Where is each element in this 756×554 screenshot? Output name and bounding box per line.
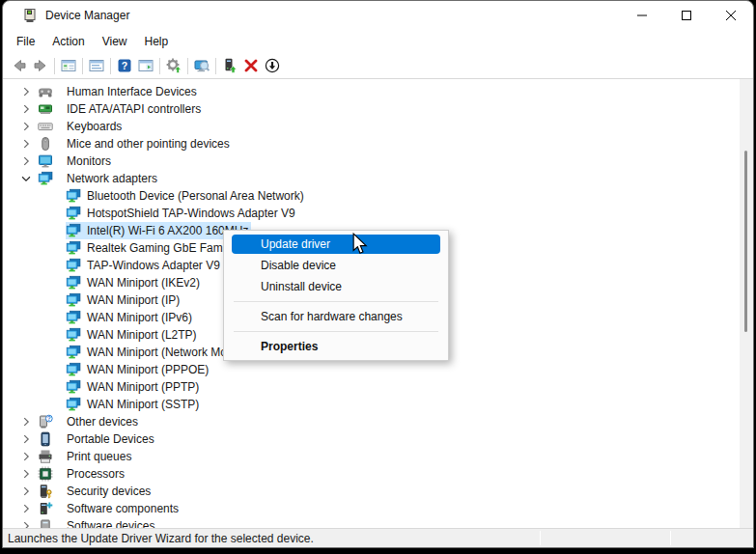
keyboard-icon — [38, 119, 53, 134]
close-button[interactable] — [709, 1, 753, 30]
svg-text:?: ? — [122, 60, 127, 71]
tree-item-label: WAN Miniport (PPTP) — [87, 379, 202, 395]
tree-item[interactable]: Portable Devices — [3, 430, 753, 448]
menu-file[interactable]: File — [8, 32, 43, 51]
hid-icon — [38, 84, 53, 99]
toolbar-separator — [159, 58, 160, 74]
chevron-right-icon[interactable] — [19, 467, 33, 481]
tree-item[interactable]: WAN Miniport (PPPOE) — [3, 361, 753, 378]
tree-item-label: HotspotShield TAP-Windows Adapter V9 — [87, 206, 298, 221]
menu-view[interactable]: View — [94, 32, 136, 51]
tree-item[interactable]: IDE ATA/ATAPI controllers — [3, 100, 753, 118]
tree-item[interactable]: Human Interface Devices — [3, 83, 753, 100]
context-menu-item-disable-device[interactable]: Disable device — [224, 255, 448, 276]
menu-action[interactable]: Action — [43, 32, 93, 51]
chevron-right-icon[interactable] — [19, 137, 33, 151]
update-driver-button[interactable] — [219, 55, 240, 76]
chevron-right-icon[interactable] — [19, 120, 33, 133]
context-menu-item-scan-for-hardware-changes[interactable]: Scan for hardware changes — [224, 306, 448, 327]
chevron-right-icon[interactable] — [19, 432, 33, 446]
title-bar: Device Manager — [3, 1, 753, 30]
network-adapter-icon — [66, 310, 81, 325]
add-drivers-button[interactable] — [163, 55, 184, 76]
toolbar-separator — [54, 58, 55, 74]
disable-device-button[interactable] — [262, 55, 283, 76]
tree-item-label: Portable Devices — [67, 431, 157, 447]
context-menu-item-uninstall-device[interactable]: Uninstall device — [224, 276, 448, 297]
help-icon: ? — [117, 58, 132, 73]
other-device-icon: ? — [38, 414, 53, 429]
menu-help[interactable]: Help — [136, 32, 178, 51]
portable-device-icon — [38, 431, 53, 447]
chevron-right-icon[interactable] — [19, 85, 33, 98]
tree-item-label: WAN Miniport (SSTP) — [87, 397, 202, 412]
action-pane-button[interactable] — [135, 55, 156, 76]
tree-item[interactable]: Bluetooth Device (Personal Area Network) — [3, 187, 753, 205]
window-controls — [620, 1, 753, 30]
chevron-right-icon[interactable] — [19, 519, 33, 528]
context-menu-item-update-driver[interactable]: Update driver — [232, 235, 440, 254]
tree-item-label: Software devices — [67, 518, 157, 528]
scrollbar-thumb[interactable] — [744, 151, 747, 332]
chevron-right-icon[interactable] — [19, 154, 33, 168]
tree-item-label: WAN Miniport (PPPOE) — [87, 362, 211, 377]
software-component-icon — [38, 501, 53, 516]
uninstall-device-button[interactable] — [240, 55, 262, 76]
tree-item[interactable]: Monitors — [3, 152, 753, 170]
toolbar-separator — [187, 58, 188, 74]
network-adapter-icon — [66, 379, 81, 395]
tree-item[interactable]: WAN Miniport (SSTP) — [3, 396, 753, 413]
device-manager-icon — [22, 8, 38, 23]
uninstall-x-icon — [243, 58, 259, 73]
back-button[interactable] — [9, 55, 30, 76]
chevron-right-icon[interactable] — [19, 102, 33, 116]
network-adapter-icon — [38, 171, 53, 186]
chevron-right-icon[interactable] — [19, 415, 33, 429]
console-tree-icon — [61, 58, 76, 73]
tree-item[interactable]: Software components — [3, 500, 753, 517]
tree-item[interactable]: Software devices — [3, 517, 753, 528]
tree-item[interactable]: Keyboards — [3, 118, 753, 135]
tree-item-label: Processors — [67, 466, 127, 482]
tree-item[interactable]: Print queues — [3, 448, 753, 465]
tree-item[interactable]: WAN Miniport (PPTP) — [3, 378, 753, 396]
properties-window-button[interactable] — [86, 55, 107, 76]
tree-item-label: WAN Miniport (IP) — [87, 292, 182, 308]
status-bar: Launches the Update Driver Wizard for th… — [3, 528, 753, 547]
network-adapter-icon — [66, 258, 81, 273]
minimize-button[interactable] — [620, 1, 664, 30]
tree-item-label: Keyboards — [67, 119, 125, 134]
chevron-right-icon[interactable] — [19, 485, 33, 498]
status-divider — [670, 531, 671, 545]
tree-item[interactable]: ?Other devices — [3, 413, 753, 430]
disable-arrow-icon — [265, 58, 280, 73]
help-button[interactable]: ? — [114, 55, 135, 76]
maximize-button[interactable] — [664, 1, 709, 30]
forward-button[interactable] — [30, 55, 51, 76]
network-adapter-icon — [66, 223, 81, 238]
chevron-down-icon[interactable] — [19, 172, 33, 185]
tree-item[interactable]: Network adapters — [3, 170, 753, 187]
tree-item[interactable]: Mice and other pointing devices — [3, 135, 753, 152]
vertical-scrollbar[interactable] — [740, 79, 753, 528]
back-arrow-icon — [12, 58, 27, 73]
chevron-right-icon[interactable] — [19, 502, 33, 515]
ide-icon — [38, 101, 53, 117]
tree-item-label: Print queues — [67, 449, 134, 464]
network-adapter-icon — [66, 240, 81, 256]
network-adapter-icon — [66, 362, 81, 377]
toolbar: ? — [3, 53, 753, 79]
device-update-icon — [222, 58, 238, 73]
tree-item[interactable]: HotspotShield TAP-Windows Adapter V9 — [3, 205, 753, 222]
tree-item-label: WAN Miniport (L2TP) — [87, 327, 200, 343]
network-adapter-icon — [66, 345, 81, 360]
tree-item[interactable]: Security devices — [3, 483, 753, 500]
tree-item[interactable]: Processors — [3, 465, 753, 483]
show-console-tree-button[interactable] — [58, 55, 79, 76]
menu-bar: FileActionViewHelp — [3, 30, 753, 53]
toolbar-separator — [110, 58, 111, 74]
scan-hardware-changes-button[interactable] — [191, 55, 212, 76]
chevron-right-icon[interactable] — [19, 450, 33, 463]
context-menu-item-properties[interactable]: Properties — [224, 336, 448, 357]
security-device-icon — [38, 484, 53, 499]
